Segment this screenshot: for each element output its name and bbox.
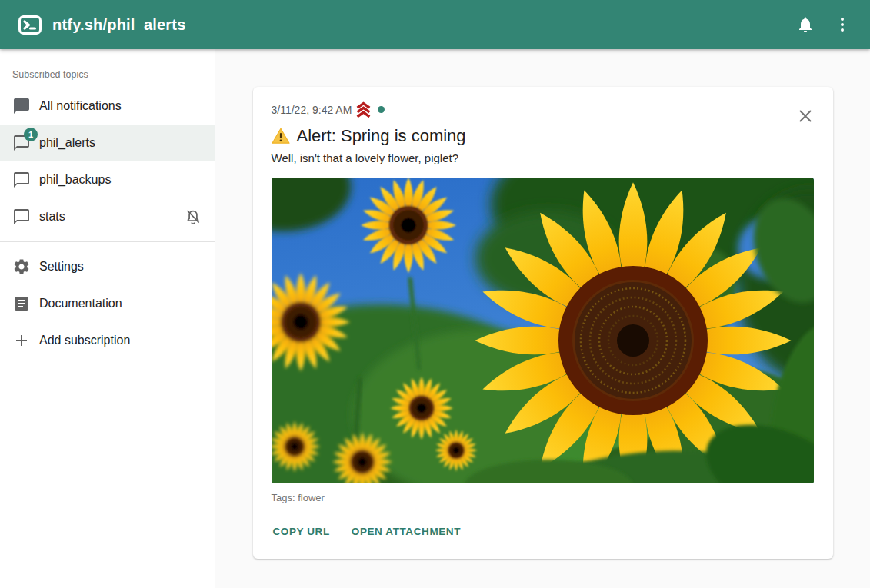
open-attachment-button[interactable]: OPEN ATTACHMENT	[350, 520, 462, 543]
notification-card: 3/11/22, 9:42 AM	[253, 87, 833, 559]
notification-tags: Tags: flower	[272, 492, 815, 503]
chat-bubble-outline-icon	[12, 171, 31, 189]
overflow-menu-button[interactable]	[824, 6, 861, 43]
sidebar-item-label: Add subscription	[39, 334, 130, 347]
article-icon	[12, 294, 31, 313]
ntfy-logo-icon	[18, 15, 42, 35]
chat-bubble-filled-icon	[12, 97, 31, 115]
notification-meta-row: 3/11/22, 9:42 AM	[272, 101, 815, 118]
notification-actions: COPY URL OPEN ATTACHMENT	[272, 520, 815, 543]
notification-body: Well, isn't that a lovely flower, piglet…	[272, 151, 815, 166]
close-notification-button[interactable]	[795, 105, 816, 127]
copy-url-button[interactable]: COPY URL	[272, 520, 332, 543]
notifications-bell-button[interactable]	[787, 6, 824, 43]
kebab-menu-icon	[833, 15, 852, 34]
gear-icon	[12, 257, 31, 276]
attachment-image[interactable]	[272, 178, 814, 483]
sidebar: Subscribed topics All notifications 1 ph…	[0, 49, 215, 588]
priority-high-icon	[356, 101, 371, 118]
bell-icon	[796, 15, 815, 34]
main-content: 3/11/22, 9:42 AM	[215, 49, 870, 588]
sidebar-item-label: phil_alerts	[39, 136, 95, 150]
subscribed-topics-label: Subscribed topics	[0, 57, 215, 88]
attachment-figure	[272, 178, 815, 483]
plus-icon	[12, 331, 31, 350]
sidebar-item-add-subscription[interactable]: Add subscription	[0, 322, 215, 359]
sidebar-item-documentation[interactable]: Documentation	[0, 285, 215, 322]
sidebar-divider	[0, 241, 215, 242]
warning-emoji-icon	[272, 128, 290, 145]
chat-bubble-outline-icon	[12, 208, 31, 226]
app-bar: ntfy.sh/phil_alerts	[0, 0, 870, 49]
sidebar-item-settings[interactable]: Settings	[0, 248, 215, 285]
close-icon	[798, 108, 813, 124]
notification-title-row: Alert: Spring is coming	[272, 125, 815, 148]
sidebar-item-phil-alerts[interactable]: 1 phil_alerts	[0, 125, 215, 161]
notification-title: Alert: Spring is coming	[297, 125, 466, 148]
sidebar-item-label: Settings	[39, 260, 84, 274]
sidebar-item-label: All notifications	[39, 99, 122, 113]
sidebar-item-label: Documentation	[39, 297, 122, 311]
chat-bubble-outline-icon: 1	[12, 134, 31, 152]
notification-timestamp: 3/11/22, 9:42 AM	[272, 102, 352, 118]
unread-dot-icon	[378, 106, 385, 113]
sidebar-item-label: phil_backups	[39, 173, 111, 187]
sidebar-item-all-notifications[interactable]: All notifications	[0, 88, 215, 125]
notifications-muted-icon	[184, 208, 202, 226]
app-title: ntfy.sh/phil_alerts	[52, 16, 185, 34]
sidebar-item-label: stats	[39, 210, 65, 224]
sidebar-item-stats[interactable]: stats	[0, 198, 215, 235]
sidebar-item-phil-backups[interactable]: phil_backups	[0, 161, 215, 198]
unread-count-badge: 1	[24, 128, 38, 141]
